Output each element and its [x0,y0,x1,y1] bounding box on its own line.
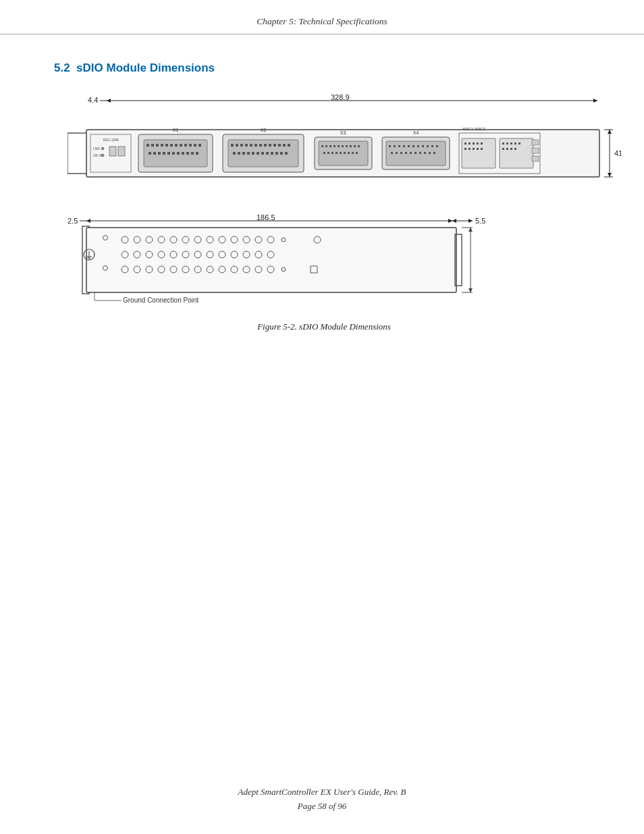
svg-rect-89 [348,152,350,154]
svg-marker-156 [468,219,473,223]
chapter-title: Chapter 5: Technical Specifications [257,16,387,26]
svg-text:X3: X3 [340,130,346,135]
svg-rect-96 [394,145,396,147]
svg-rect-47 [240,144,243,147]
svg-text:328.9: 328.9 [331,94,350,101]
svg-rect-114 [429,152,431,154]
svg-rect-48 [245,144,248,147]
svg-rect-28 [189,144,192,147]
svg-rect-113 [424,152,426,154]
svg-rect-98 [403,145,405,147]
svg-rect-129 [481,148,483,150]
svg-rect-62 [252,152,254,155]
svg-rect-46 [236,144,238,147]
svg-rect-60 [242,152,245,155]
svg-rect-20 [151,144,154,147]
svg-text:186.5: 186.5 [257,214,275,221]
svg-rect-73 [321,145,323,147]
svg-rect-75 [329,145,331,147]
svg-rect-81 [354,145,356,147]
svg-rect-112 [419,152,421,154]
svg-text:X4: X4 [413,130,419,135]
svg-rect-52 [264,144,267,147]
svg-rect-68 [280,152,283,155]
svg-rect-49 [250,144,252,147]
svg-text:SDG-1288: SDG-1288 [103,138,119,142]
svg-text:XDC1 XDC2: XDC1 XDC2 [462,127,485,131]
svg-rect-124 [481,142,483,145]
svg-rect-40 [191,152,194,155]
svg-rect-15 [118,147,125,156]
svg-rect-95 [389,145,391,147]
svg-rect-27 [184,144,187,147]
footer-line2: Page 58 of 96 [0,800,644,814]
svg-rect-21 [156,144,159,147]
svg-rect-141 [532,156,539,161]
svg-rect-50 [254,144,257,147]
svg-rect-32 [153,152,156,155]
svg-rect-85 [331,152,333,154]
svg-rect-139 [532,140,539,145]
svg-marker-164 [468,228,473,232]
svg-rect-63 [257,152,259,155]
svg-point-13 [101,154,104,157]
svg-rect-83 [323,152,325,154]
svg-text:LNK: LNK [93,147,100,151]
svg-rect-134 [518,142,520,145]
svg-text:Ground Connection Point: Ground Connection Point [123,296,199,304]
svg-rect-120 [464,142,466,145]
svg-rect-86 [336,152,338,154]
svg-rect-31 [149,152,151,155]
svg-rect-87 [340,152,342,154]
svg-rect-14 [109,147,116,156]
svg-rect-6 [68,133,88,174]
page-content: 5.2 sDIO Module Dimensions 4.4 328.9 [0,34,644,393]
svg-rect-88 [344,152,346,154]
svg-text:X2: X2 [261,128,267,132]
svg-rect-101 [417,145,419,147]
svg-rect-66 [271,152,273,155]
svg-rect-138 [514,148,516,150]
section-heading: 5.2 sDIO Module Dimensions [54,61,590,75]
top-view-diagram: 2.5 186.5 5.5 [68,214,540,315]
svg-marker-151 [86,219,90,223]
section-title: sDIO Module Dimensions [76,61,215,74]
svg-text:2.5: 2.5 [68,217,78,225]
svg-rect-39 [186,152,189,155]
svg-rect-37 [177,152,180,155]
svg-rect-133 [514,142,516,145]
svg-rect-74 [325,145,327,147]
svg-rect-34 [163,152,165,155]
svg-rect-106 [391,152,393,154]
svg-rect-55 [278,144,281,147]
svg-rect-122 [473,142,475,145]
svg-rect-115 [433,152,435,154]
svg-rect-79 [346,145,348,147]
figure-container: 4.4 328.9 [54,94,590,332]
svg-text:4.4: 4.4 [88,96,98,104]
svg-rect-102 [422,145,424,147]
svg-rect-61 [247,152,250,155]
front-panel-diagram: 4.4 328.9 [68,94,641,187]
svg-rect-19 [146,144,149,147]
svg-rect-80 [350,145,352,147]
svg-rect-123 [477,142,479,145]
svg-rect-159 [86,228,456,292]
svg-rect-36 [172,152,175,155]
svg-rect-111 [414,152,417,154]
svg-rect-69 [285,152,288,155]
page-footer: Adept SmartController EX User's Guide, R… [0,785,644,814]
svg-rect-121 [468,142,471,145]
svg-rect-99 [408,145,410,147]
svg-rect-84 [327,152,329,154]
svg-marker-145 [608,130,612,134]
svg-rect-131 [506,142,508,145]
svg-rect-82 [358,145,360,147]
svg-rect-137 [510,148,512,150]
svg-rect-59 [238,152,240,155]
svg-rect-30 [198,144,201,147]
svg-marker-3 [107,99,111,103]
svg-rect-45 [231,144,234,147]
svg-rect-57 [288,144,290,147]
svg-marker-165 [468,288,473,292]
